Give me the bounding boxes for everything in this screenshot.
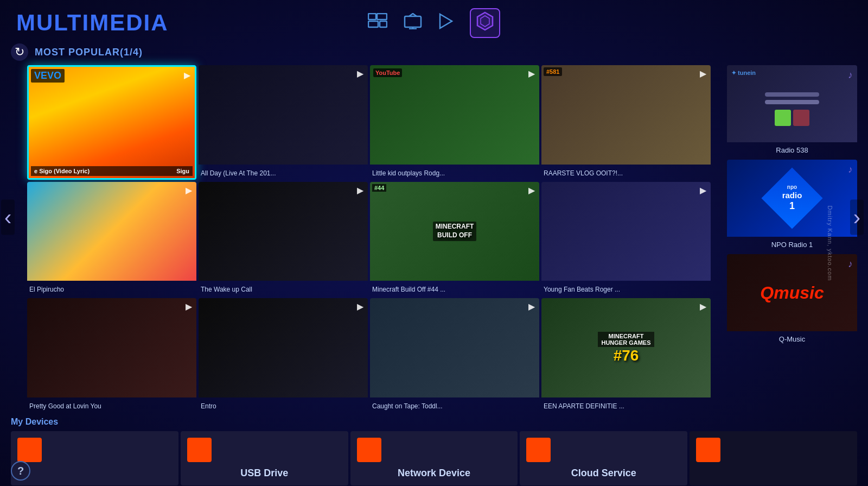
item-label-12: EEN APARTE DEFINITIE ... (541, 397, 711, 413)
qmusic-logo-text: Qmusic (760, 283, 824, 303)
npo-thumb: ♪ npo radio 1 (727, 160, 857, 237)
grid-item-6[interactable]: ▶ The Wake up Call (199, 182, 368, 296)
item-label-11: Caught on Tape: Toddl... (370, 397, 539, 413)
refresh-icon[interactable]: ↻ (11, 43, 28, 61)
device-icon-cloud (526, 438, 551, 462)
item-label-5: El Pipirucho (27, 281, 196, 296)
bottom-bar: ? (11, 461, 30, 481)
sidebar-label-radio538: Radio 538 (727, 142, 857, 157)
grid-item-7[interactable]: MINECRAFTBUILD OFF #44 ▶ Minecraft Build… (370, 182, 539, 296)
device-icon-usb (187, 438, 212, 462)
device-icon-network (357, 438, 381, 462)
svg-marker-7 (440, 14, 452, 28)
section-title: MOST POPULAR(1/4) (35, 47, 143, 58)
item-label-2: All Day (Live At The 201... (199, 165, 368, 180)
radio538-bg: ✦ tunein ♪ (727, 65, 857, 142)
item-label-9: Pretty Good at Lovin You (27, 397, 196, 413)
thumbnail-1: VEVO ▶ e Sigo (Video Lyric)Sigu (29, 67, 195, 178)
music-note-1: ♪ (848, 70, 853, 81)
nav-play-icon[interactable] (438, 13, 454, 33)
devices-title: My Devices (11, 417, 857, 427)
nav-tv-icon[interactable] (404, 13, 422, 33)
grid-item-11[interactable]: ▶ Caught on Tape: Toddl... (370, 298, 539, 413)
main-grid: VEVO ▶ e Sigo (Video Lyric)Sigu e Sigo (… (11, 65, 727, 413)
grid-item-2[interactable]: ▶ All Day (Live At The 201... (199, 65, 368, 180)
play-icon-7: ▶ (528, 185, 535, 195)
play-icon-1: ▶ (184, 70, 190, 80)
nav-arrow-right[interactable]: › (850, 200, 864, 235)
thumbnail-10: ▶ (199, 298, 368, 397)
thumbnail-6: ▶ (199, 182, 368, 281)
item-label-7: Minecraft Build Off #44 ... (370, 281, 539, 296)
svg-marker-8 (477, 12, 493, 30)
play-icon-2: ▶ (357, 68, 363, 79)
tag-badge-4: #581 (544, 67, 562, 76)
play-icon-12: ▶ (700, 301, 706, 312)
sidebar: ✦ tunein ♪ Rad (727, 65, 857, 413)
nav-screens-icon[interactable] (368, 13, 387, 33)
play-icon-3: ▶ (528, 68, 535, 79)
grid-item-10[interactable]: ▶ Entro (199, 298, 368, 413)
item-label-4: RAARSTE VLOG OOIT?!... (541, 165, 711, 180)
thumbnail-3: YouTube ▶ (370, 65, 539, 165)
play-icon-10: ▶ (357, 301, 363, 312)
device-item-usb[interactable]: USB Drive (181, 431, 348, 485)
grid-item-8[interactable]: ▶ Young Fan Beats Roger ... (541, 182, 711, 296)
thumbnail-11: ▶ (370, 298, 539, 397)
svg-rect-1 (377, 14, 387, 20)
play-icon-4: ▶ (700, 68, 706, 79)
device-name-network: Network Device (350, 468, 518, 479)
device-item-1[interactable] (11, 431, 178, 485)
sidebar-label-nporadio1: NPO Radio 1 (727, 237, 857, 252)
youtube-badge-3: YouTube (373, 68, 402, 77)
item-label-10: Entro (199, 397, 368, 413)
grid-item-9[interactable]: ▶ Pretty Good at Lovin You (27, 298, 196, 413)
header: MULTIMEDIA (0, 0, 868, 41)
mc-title: MINECRAFTBUILD OFF (433, 222, 477, 241)
nav-multimedia-icon[interactable] (470, 8, 500, 38)
device-name-cloud: Cloud Service (520, 468, 687, 479)
qmusic-bg: ♪ Qmusic (727, 254, 857, 331)
sidebar-item-radio538[interactable]: ✦ tunein ♪ Rad (727, 65, 857, 157)
watermark: Dmitry Kann, yktoo.com (827, 205, 834, 281)
device-item-network[interactable]: Network Device (350, 431, 518, 485)
thumbnail-8: ▶ (541, 182, 711, 281)
play-icon-6: ▶ (357, 185, 363, 195)
help-button[interactable]: ? (11, 461, 30, 481)
app-title: MULTIMEDIA (16, 10, 169, 36)
main-container: MULTIMEDIA (0, 0, 868, 486)
item-label-6: The Wake up Call (199, 281, 368, 296)
item-label-3: Little kid outplays Rodg... (370, 165, 539, 180)
thumbnail-2: ▶ (199, 65, 368, 165)
thumbnail-4: #581 ▶ (541, 65, 711, 165)
grid-item-5[interactable]: ▶ El Pipirucho (27, 182, 196, 296)
thumbnail-9: ▶ (27, 298, 196, 397)
grid-item-3[interactable]: YouTube ▶ Little kid outplays Rodg... (370, 65, 539, 180)
sidebar-item-nporadio1[interactable]: ♪ npo radio 1 (727, 160, 857, 252)
play-icon-5: ▶ (186, 185, 192, 195)
svg-rect-0 (368, 14, 376, 20)
device-icon-1 (17, 438, 42, 462)
sidebar-label-qmusic: Q-Music (727, 331, 857, 346)
grid-item-12[interactable]: MINECRAFTHUNGER GAMES #76 ▶ EEN APARTE D… (541, 298, 711, 413)
play-icon-8: ▶ (700, 185, 706, 195)
item1-overlay: e Sigo (Video Lyric)Sigu (31, 166, 193, 176)
grid-item-1[interactable]: VEVO ▶ e Sigo (Video Lyric)Sigu e Sigo (… (27, 65, 196, 180)
grid-item-4[interactable]: #581 ▶ RAARSTE VLOG OOIT?!... (541, 65, 711, 180)
thumbnail-12: MINECRAFTHUNGER GAMES #76 ▶ (541, 298, 711, 397)
device-item-cloud[interactable]: Cloud Service (520, 431, 687, 485)
radio538-thumb: ✦ tunein ♪ (727, 65, 857, 142)
tunein-logo: ✦ tunein (731, 70, 756, 77)
sidebar-item-qmusic[interactable]: ♪ Qmusic Q-Music (727, 254, 857, 346)
nav-arrow-left[interactable]: ‹ (1, 200, 15, 235)
qmusic-thumb: ♪ Qmusic (727, 254, 857, 331)
play-icon-11: ▶ (528, 301, 535, 312)
music-note-2: ♪ (848, 164, 853, 175)
item-label-1: e Sigo (Video Lyric) Sigu (29, 178, 195, 180)
thumbnail-7: MINECRAFTBUILD OFF #44 ▶ (370, 182, 539, 281)
content-area: VEVO ▶ e Sigo (Video Lyric)Sigu e Sigo (… (0, 65, 868, 413)
device-item-5[interactable] (690, 431, 857, 485)
npo-bg: ♪ npo radio 1 (727, 160, 857, 237)
device-name-usb: USB Drive (181, 468, 348, 479)
devices-grid: USB Drive Network Device Cloud Service (11, 431, 857, 485)
